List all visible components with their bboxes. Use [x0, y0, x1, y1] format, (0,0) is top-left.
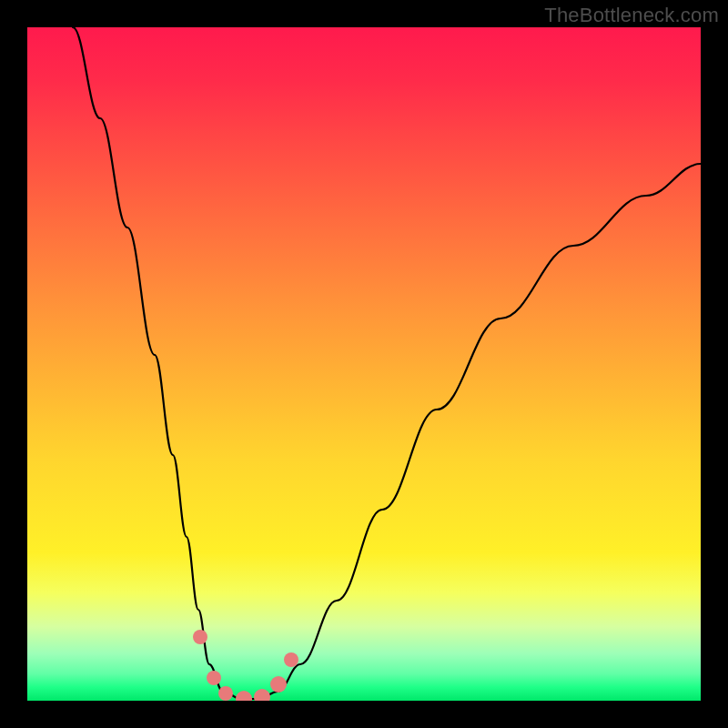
data-point-marker [284, 652, 298, 667]
chart-svg [27, 27, 701, 701]
marker-layer [193, 630, 298, 701]
data-point-marker [236, 691, 252, 701]
chart-frame: TheBottleneck.com [0, 0, 728, 728]
plot-area [27, 27, 701, 701]
data-point-marker [218, 686, 233, 701]
bottleneck-curve [73, 27, 701, 699]
data-point-marker [254, 689, 270, 701]
data-point-marker [270, 676, 287, 693]
watermark-text: TheBottleneck.com [544, 4, 719, 27]
data-point-marker [207, 671, 221, 685]
data-point-marker [193, 630, 207, 644]
